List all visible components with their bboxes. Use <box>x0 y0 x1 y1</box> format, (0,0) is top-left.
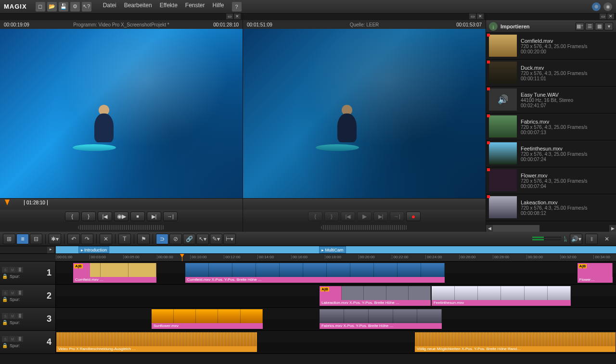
disc-icon[interactable]: ◉ <box>603 2 612 11</box>
insert-mode-icon[interactable]: ⊢▾ <box>223 234 236 244</box>
record-icon[interactable]: ● <box>406 212 421 221</box>
program-monitor: ▭✕ 00:00:19:09 Programm: Video Pro X_Scr… <box>0 13 243 232</box>
overview-toggle-icon[interactable]: ▸ <box>47 247 54 253</box>
playhead[interactable] <box>182 254 182 261</box>
mark-out-icon[interactable]: } <box>81 212 96 221</box>
close-icon[interactable]: ✕ <box>477 13 484 19</box>
mixer-icon[interactable]: ⫴ <box>585 234 598 244</box>
media-item[interactable]: Feetinthesun.mxv 720 x 576, 4:3, 25.00 F… <box>486 140 616 167</box>
tutorial-icon[interactable]: ? <box>232 2 242 12</box>
group-icon[interactable]: ⊘ <box>169 234 182 244</box>
source-scrub[interactable] <box>243 198 486 210</box>
add-media-icon[interactable]: ▦⁺ <box>576 23 584 30</box>
undock-icon[interactable]: ▭ <box>469 13 476 19</box>
close-icon[interactable]: ✕ <box>234 13 241 19</box>
undo-icon[interactable]: ↶ <box>67 234 80 244</box>
snap-icon[interactable]: ⊃ <box>156 234 168 244</box>
track-body[interactable]: A|BLakeaction.mxv X-Pos. Y-Pos. Breite H… <box>56 285 616 307</box>
clip[interactable]: Feetinthesun.mxv <box>431 286 571 306</box>
clip[interactable]: Video Pro X Randbeschneidung-Ausgleich … <box>56 332 257 352</box>
track-body[interactable]: Video Pro X Randbeschneidung-Ausgleich …… <box>56 331 616 353</box>
source-preview[interactable] <box>243 29 486 198</box>
view-list-icon[interactable]: ☰ <box>585 23 594 30</box>
menu-hilfe[interactable]: Hilfe <box>213 2 224 12</box>
goto-start-icon[interactable]: |◀ <box>341 212 355 221</box>
media-duration: 00:00:07:13 <box>521 130 587 135</box>
menu-datei[interactable]: Datei <box>103 2 116 12</box>
reel-icon[interactable]: ✱▾ <box>49 234 61 244</box>
track-header[interactable]: SM▉ 🔒Spur: 4 <box>0 331 56 353</box>
new-icon[interactable]: ◻ <box>36 2 45 12</box>
mediapool-hscroll[interactable]: ◀▶ <box>486 225 616 232</box>
media-item[interactable]: 🔊 Easy Tune.WAV 44100 Hz, 16 Bit, Stereo… <box>486 87 616 113</box>
program-scrub[interactable]: 01:28:10 <box>0 198 243 210</box>
goto-end-icon[interactable]: ▶| <box>147 212 161 221</box>
mark-out-icon[interactable]: } <box>324 212 339 221</box>
media-item[interactable]: Cornfield.mxv 720 x 576, 4:3, 25.00 Fram… <box>486 33 616 60</box>
goto-start-icon[interactable]: |◀ <box>98 212 112 221</box>
track-body[interactable]: A|BCornfield.mxv …Cornfield.mxv X-Pos. Y… <box>56 262 616 284</box>
web-icon[interactable]: ⊕ <box>592 2 601 11</box>
edit-mode-icon[interactable]: ✎▾ <box>210 234 222 244</box>
mode3-icon[interactable]: ⊟ <box>30 234 42 244</box>
track-body[interactable]: Sunflower.mxvFabrics.mxv X-Pos. Y-Pos. B… <box>56 308 616 330</box>
mode2-icon[interactable]: ≡ <box>16 234 29 244</box>
timeline-ruler[interactable]: 00:01:0000:03:0000:05:0000:08:0000:10:00… <box>56 254 616 261</box>
undock-icon[interactable]: ▭ <box>600 13 606 19</box>
mark-in-icon[interactable]: { <box>65 212 79 221</box>
media-item[interactable]: Duck.mxv 720 x 576, 4:3, 25.00 Frames/s … <box>486 60 616 87</box>
options-icon[interactable]: ▾ <box>604 23 613 30</box>
next-icon[interactable]: →| <box>163 212 178 221</box>
mode1-icon[interactable]: ⊞ <box>3 234 15 244</box>
close-icon[interactable]: ✕ <box>601 234 613 244</box>
redo-icon[interactable]: ↷ <box>81 234 93 244</box>
stop-icon[interactable]: ■ <box>130 212 145 221</box>
next-icon[interactable]: →| <box>390 212 404 221</box>
program-preview[interactable] <box>0 29 243 198</box>
media-item[interactable]: Flower.mxv 720 x 576, 4:3, 25.00 Frames/… <box>486 167 616 194</box>
lock-icon[interactable]: 🔒 <box>2 297 8 302</box>
save-icon[interactable]: 💾 <box>59 2 68 12</box>
jog-wheel[interactable] <box>78 225 165 230</box>
track-header[interactable]: SM▉ 🔒Spur: 3 <box>0 308 56 330</box>
menu-effekte[interactable]: Effekte <box>160 2 178 12</box>
play-icon[interactable]: ◉▶ <box>114 212 128 221</box>
clip[interactable]: Cornfield.mxv X-Pos. Y-Pos. Breite Höhe … <box>185 263 445 283</box>
clip[interactable]: A|BLakeaction.mxv X-Pos. Y-Pos. Breite H… <box>319 286 431 306</box>
settings-icon[interactable]: ⚙ <box>70 2 80 12</box>
lock-icon[interactable]: 🔒 <box>2 343 8 348</box>
volume-icon[interactable]: 🔊▾ <box>570 234 582 244</box>
close-icon[interactable]: ✕ <box>607 13 614 19</box>
open-icon[interactable]: 📂 <box>47 2 57 12</box>
undock-icon[interactable]: ▭ <box>226 13 233 19</box>
clip[interactable]: A|BFlower… <box>577 263 614 283</box>
jog-wheel[interactable] <box>321 225 408 230</box>
title-icon[interactable]: T <box>118 234 131 244</box>
delete-icon[interactable]: ✕ <box>100 234 112 244</box>
overview-marker[interactable]: ▸ Introduction <box>78 246 110 253</box>
track-header[interactable]: SM▉ 🔒Spur: 2 <box>0 285 56 307</box>
help-cursor-icon[interactable]: ↖? <box>82 2 91 12</box>
clip[interactable]: Sunflower.mxv <box>151 309 263 329</box>
link-icon[interactable]: 🔗 <box>183 234 195 244</box>
menu-fenster[interactable]: Fenster <box>185 2 205 12</box>
menu-bearbeiten[interactable]: Bearbeiten <box>124 2 152 12</box>
lock-icon[interactable]: 🔒 <box>2 274 8 279</box>
track-header[interactable]: SM▉ 🔒Spur: 1 <box>0 262 56 284</box>
mark-in-icon[interactable]: { <box>308 212 322 221</box>
play-icon[interactable]: ▶ <box>357 212 372 221</box>
marker-icon[interactable]: ⚑ <box>137 234 150 244</box>
timeline-overview[interactable]: 01:28:10 ▸ Introduction▸ MultiCam <box>56 246 616 253</box>
goto-end-icon[interactable]: ▶| <box>373 212 388 221</box>
program-scrub-tc: 01:28:10 <box>24 200 48 205</box>
lock-icon[interactable]: 🔒 <box>2 320 8 325</box>
clip[interactable]: Fabrics.mxv X-Pos. Y-Pos. Breite Höhe … <box>319 309 442 329</box>
media-item[interactable]: Fabrics.mxv 720 x 576, 4:3, 25.00 Frames… <box>486 113 616 140</box>
import-icon[interactable]: ↓ <box>489 22 498 31</box>
media-item[interactable]: Lakeaction.mxv 720 x 576, 4:3, 25.00 Fra… <box>486 194 616 221</box>
mouse-mode-icon[interactable]: ↖▾ <box>196 234 209 244</box>
clip[interactable]: A|BCornfield.mxv … <box>73 263 157 283</box>
overview-marker[interactable]: ▸ MultiCam <box>319 246 346 253</box>
clip[interactable]: Völlig neue Möglichkeiten X-Pos. Y-Pos. … <box>414 332 616 352</box>
view-grid-icon[interactable]: ▦ <box>595 23 603 30</box>
